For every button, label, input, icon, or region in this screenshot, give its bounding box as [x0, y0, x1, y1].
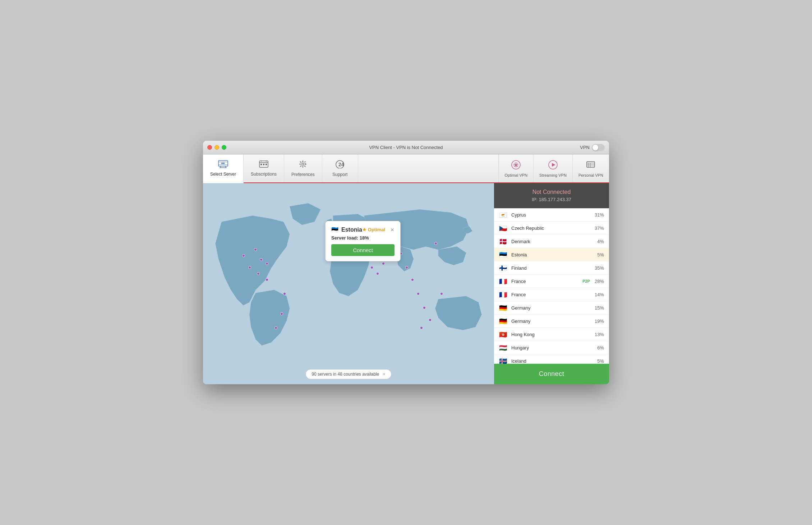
flag-icon: 🇭🇰 — [499, 331, 508, 337]
server-load: 6% — [591, 345, 604, 350]
server-name: France — [511, 292, 588, 297]
main-window: VPN Client - VPN is Not Connected VPN — [203, 141, 609, 384]
tooltip-load-value: 18% — [360, 235, 369, 241]
flag-icon: 🇭🇺 — [499, 345, 508, 350]
server-list-item[interactable]: 🇨🇿Czech Republic37% — [494, 222, 609, 235]
map-location-dot[interactable] — [257, 272, 260, 275]
server-list-item[interactable]: 🇪🇪Estonia5% — [494, 248, 609, 261]
sidebar: Not Connected IP: 185.177.243.37 🇨🇾Cypru… — [494, 183, 609, 384]
flag-icon: 🇨🇿 — [499, 225, 508, 231]
toolbar: Select Server Subscriptions — [203, 154, 609, 183]
map-location-dot[interactable] — [423, 306, 426, 309]
map-location-dot[interactable] — [274, 326, 277, 329]
tooltip-header: 🇪🇪 Estonia ★ Optimal ✕ — [331, 226, 395, 233]
tab-personal-vpn[interactable]: Personal VPN — [572, 154, 609, 182]
tab-personal-vpn-label: Personal VPN — [578, 173, 603, 177]
map-location-dot[interactable] — [242, 254, 245, 257]
ip-address: 185.177.243.37 — [539, 197, 571, 202]
map-location-dot[interactable] — [266, 278, 268, 281]
tab-streaming-vpn-label: Streaming VPN — [539, 173, 567, 177]
server-name: Cyprus — [511, 212, 588, 218]
server-list-item[interactable]: 🇮🇸Iceland5% — [494, 354, 609, 364]
tab-support-label: Support — [332, 172, 347, 177]
tab-optimal-vpn-label: Optimal VPN — [505, 173, 528, 177]
svg-rect-10 — [260, 164, 262, 165]
tooltip-optimal-label: Optimal — [368, 227, 385, 232]
tab-subscriptions[interactable]: Subscriptions — [244, 154, 284, 182]
svg-rect-12 — [266, 164, 267, 165]
maximize-button[interactable] — [222, 145, 226, 150]
map-location-dot[interactable] — [376, 272, 379, 275]
server-load: 13% — [591, 332, 604, 337]
server-name: Iceland — [511, 358, 588, 364]
ip-label: IP: — [532, 197, 538, 202]
server-name: Estonia — [511, 252, 588, 257]
flag-icon: 🇫🇷 — [499, 278, 508, 284]
map-location-dot[interactable] — [429, 319, 432, 321]
server-name: Czech Republic — [511, 226, 588, 231]
close-button[interactable] — [207, 145, 212, 150]
tab-preferences-label: Preferences — [291, 172, 315, 177]
tab-select-server[interactable]: Select Server — [203, 154, 244, 183]
server-list-item[interactable]: 🇭🇰Hong Kong13% — [494, 328, 609, 341]
server-list-item[interactable]: 🇭🇺Hungary6% — [494, 341, 609, 354]
map-location-dot[interactable] — [420, 326, 423, 329]
subscriptions-icon — [259, 160, 268, 170]
server-list-item[interactable]: 🇫🇷FranceP2P28% — [494, 275, 609, 288]
svg-point-16 — [300, 162, 305, 167]
tab-optimal-vpn[interactable]: Optimal VPN — [499, 154, 534, 182]
map-location-dot[interactable] — [382, 262, 385, 265]
server-list-item[interactable]: 🇩🇰Denmark4% — [494, 235, 609, 248]
server-list-item[interactable]: 🇩🇪Germany15% — [494, 301, 609, 315]
map-location-dot[interactable] — [248, 266, 251, 269]
server-load: 4% — [591, 239, 604, 244]
server-list-item[interactable]: 🇫🇮Finland35% — [494, 261, 609, 275]
flag-icon: 🇫🇷 — [499, 292, 508, 297]
server-name: Denmark — [511, 239, 588, 244]
tab-streaming-vpn[interactable]: Streaming VPN — [533, 154, 572, 182]
status-close-button[interactable]: × — [383, 372, 386, 377]
sidebar-footer: Connect — [494, 364, 609, 384]
server-list: 🇨🇾Cyprus31%🇨🇿Czech Republic37%🇩🇰Denmark4… — [494, 208, 609, 364]
tooltip-country: 🇪🇪 Estonia — [331, 226, 362, 233]
map-location-dot[interactable] — [440, 292, 443, 295]
server-list-item[interactable]: 🇨🇾Cyprus31% — [494, 208, 609, 222]
status-bar: 90 servers in 48 countries available × — [305, 369, 391, 379]
titlebar: VPN Client - VPN is Not Connected VPN — [203, 141, 609, 154]
server-load: 5% — [591, 252, 604, 257]
svg-rect-11 — [263, 164, 264, 165]
sidebar-header: Not Connected IP: 185.177.243.37 — [494, 183, 609, 208]
optimal-icon — [511, 160, 521, 172]
server-name: Germany — [511, 319, 588, 324]
vpn-label: VPN — [580, 145, 590, 150]
tab-support[interactable]: 24 Support — [322, 154, 358, 182]
main-connect-button[interactable]: Connect — [494, 364, 609, 384]
map-location-dot[interactable] — [434, 242, 437, 245]
streaming-icon — [548, 160, 558, 172]
preferences-icon — [299, 160, 307, 171]
server-list-item[interactable]: 🇩🇪Germany19% — [494, 315, 609, 328]
flag-icon: 🇫🇮 — [499, 265, 508, 271]
tab-preferences[interactable]: Preferences — [284, 154, 322, 182]
tooltip-country-name: Estonia — [341, 227, 362, 233]
minimize-button[interactable] — [214, 145, 219, 150]
server-name: France — [511, 279, 579, 284]
map-location-dot[interactable] — [260, 258, 263, 261]
map-location-dot[interactable] — [411, 278, 414, 281]
server-load: 14% — [591, 292, 604, 297]
svg-marker-23 — [552, 163, 555, 167]
tooltip-flag: 🇪🇪 — [331, 226, 338, 233]
map-location-dot[interactable] — [266, 262, 268, 265]
map-location-dot[interactable] — [417, 292, 420, 295]
server-list-item[interactable]: 🇫🇷France14% — [494, 288, 609, 301]
map-location-dot[interactable] — [405, 266, 408, 269]
server-name: Hong Kong — [511, 332, 588, 337]
map-location-dot[interactable] — [280, 312, 283, 315]
vpn-toggle[interactable] — [592, 144, 605, 151]
tooltip-close-button[interactable]: ✕ — [390, 227, 395, 233]
tooltip-connect-button[interactable]: Connect — [331, 244, 395, 256]
map-location-dot[interactable] — [283, 292, 286, 295]
map-location-dot[interactable] — [254, 248, 257, 251]
ip-info: IP: 185.177.243.37 — [500, 197, 603, 202]
map-location-dot[interactable] — [370, 266, 373, 269]
